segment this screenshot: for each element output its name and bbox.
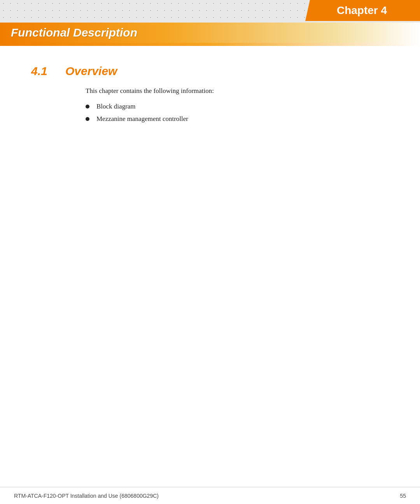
page-number: 55 — [400, 493, 406, 499]
section-header: 4.1 Overview — [31, 65, 389, 78]
title-bar: Functional Description — [0, 23, 420, 43]
bullet-text-1: Block diagram — [96, 103, 136, 110]
bullet-dot-1 — [86, 105, 89, 108]
main-content: 4.1 Overview This chapter contains the f… — [0, 46, 420, 159]
section-intro: This chapter contains the following info… — [86, 87, 389, 95]
page-footer: RTM-ATCA-F120-OPT Installation and Use (… — [0, 487, 420, 504]
list-item: Block diagram — [86, 103, 389, 110]
bullet-text-2: Mezzanine management controller — [96, 115, 188, 123]
footer-left-text: RTM-ATCA-F120-OPT Installation and Use (… — [14, 493, 159, 499]
bullet-list: Block diagram Mezzanine management contr… — [86, 103, 389, 123]
page-header: Chapter 4 Functional Description — [0, 0, 420, 43]
section-title: Overview — [65, 65, 117, 78]
page-title: Functional Description — [11, 26, 137, 39]
section-number: 4.1 — [31, 65, 54, 78]
accent-line — [0, 43, 420, 46]
chapter-tab: Chapter 4 — [305, 0, 420, 21]
chapter-label: Chapter 4 — [337, 4, 387, 17]
section-body: This chapter contains the following info… — [31, 87, 389, 123]
bullet-dot-2 — [86, 117, 89, 121]
list-item: Mezzanine management controller — [86, 115, 389, 123]
